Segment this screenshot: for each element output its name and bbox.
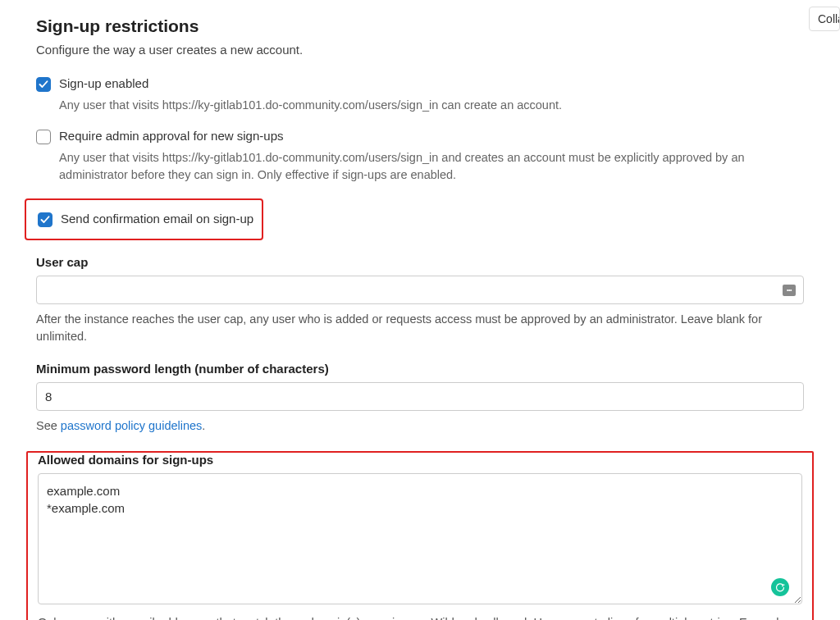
more-icon[interactable] [783, 285, 796, 296]
help-suffix: . [202, 419, 205, 432]
collapse-button[interactable]: Collapse [809, 7, 840, 31]
user-cap-field: User cap After the instance reaches the … [36, 255, 804, 345]
allowed-domains-help: Only users with e-mail addresses that ma… [38, 614, 802, 620]
password-policy-link[interactable]: password policy guidelines [61, 419, 203, 432]
allowed-domains-label: Allowed domains for sign-ups [38, 453, 802, 467]
checkbox-group-admin-approval: Require admin approval for new sign-ups … [36, 129, 804, 184]
signup-enabled-checkbox[interactable] [36, 77, 51, 92]
min-password-length-field: Minimum password length (number of chara… [36, 362, 804, 435]
allowed-domains-textarea[interactable] [38, 473, 802, 604]
checkmark-icon [39, 80, 48, 89]
signup-enabled-label: Sign-up enabled [59, 76, 148, 90]
highlight-red-confirmation: Send confirmation email on sign-up [25, 198, 263, 240]
checkbox-group-signup-enabled: Sign-up enabled Any user that visits htt… [36, 76, 804, 114]
min-password-length-input[interactable] [36, 382, 804, 411]
signup-enabled-help: Any user that visits https://ky-gitlab10… [36, 97, 804, 114]
min-password-length-help: See password policy guidelines. [36, 417, 804, 435]
user-cap-input[interactable] [36, 276, 804, 304]
grammarly-icon[interactable] [771, 578, 789, 596]
admin-approval-help: Any user that visits https://ky-gitlab10… [36, 149, 804, 184]
confirmation-email-label: Send confirmation email on sign-up [61, 212, 253, 226]
user-cap-help: After the instance reaches the user cap,… [36, 311, 804, 345]
help-prefix: See [36, 419, 61, 432]
admin-approval-checkbox[interactable] [36, 130, 51, 144]
user-cap-label: User cap [36, 255, 804, 269]
section-subtitle: Configure the way a user creates a new a… [36, 43, 804, 57]
admin-approval-label: Require admin approval for new sign-ups [59, 129, 283, 143]
checkmark-icon [40, 215, 50, 225]
min-password-length-label: Minimum password length (number of chara… [36, 362, 804, 376]
confirmation-email-checkbox[interactable] [38, 212, 52, 227]
highlight-red-allowed-domains: Allowed domains for sign-ups Only users … [26, 451, 814, 620]
section-title: Sign-up restrictions [36, 16, 804, 36]
